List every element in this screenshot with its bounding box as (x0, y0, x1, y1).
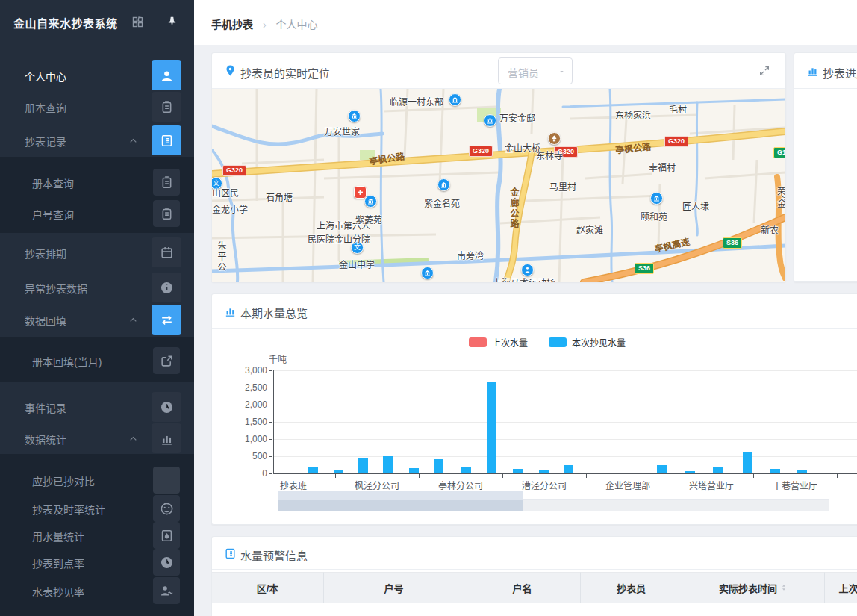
x-tick-mark (586, 474, 587, 478)
panel-title: 水量预警信息 (240, 547, 308, 563)
panel-title: 本期水量总览 (240, 305, 308, 320)
bank-poi-icon[interactable] (348, 110, 361, 122)
sidebar-item-sub-book-backfill[interactable]: 册本回填(当月) (0, 345, 194, 376)
app-title: 金山自来水抄表系统 (13, 15, 118, 31)
x-tick-mark (419, 474, 420, 478)
sidebar-item-sub-read-compare[interactable]: 应抄已抄对比 (0, 464, 194, 496)
chart-bar (409, 468, 419, 473)
bank-poi-icon[interactable] (449, 93, 461, 106)
sports-poi-icon[interactable] (521, 264, 534, 276)
legend-item[interactable]: 上次水量 (469, 336, 528, 349)
y-tick-mark (269, 405, 272, 405)
chart-gridline (273, 405, 857, 405)
bank-poi-icon[interactable] (437, 178, 450, 191)
blank-icon (153, 467, 180, 494)
sidebar-item-sub-seen-rate[interactable]: 水表抄见率 (0, 575, 194, 606)
clip-icon (152, 92, 181, 122)
sort-icon[interactable] (780, 582, 788, 593)
map-place-label: 金山大桥 (505, 141, 540, 154)
sidebar-item-sub-account-query[interactable]: 户号查询 (0, 198, 194, 229)
chart-bar (308, 467, 318, 473)
map-place-label: 荣 (777, 184, 785, 197)
panel-header: 水量预警信息 (212, 537, 857, 570)
map-place-label: 紫金名苑 (424, 196, 460, 209)
pushpin-icon[interactable] (166, 16, 178, 28)
map-roads-layer (212, 89, 785, 282)
x-axis-line (273, 473, 857, 474)
clock-icon (153, 549, 180, 576)
chevron-up-icon (128, 434, 138, 444)
sidebar: 金山自来水抄表系统 个人中心册本查询抄表记录册本查询户号查询抄表排期异常抄表数据… (0, 0, 194, 616)
road-badge: S36 (635, 263, 654, 274)
y-axis-line (273, 370, 274, 473)
map-place-label: 南旁湾 (457, 249, 484, 261)
sidebar-item-label: 数据回填 (25, 313, 66, 328)
sidebar-item-reading-schedule[interactable]: 抄表排期 (0, 237, 194, 268)
chart-bar (461, 467, 471, 473)
map-place-label: 新农 (761, 223, 779, 236)
x-tick-mark (502, 474, 503, 478)
legend-item[interactable]: 本次抄见水量 (549, 336, 626, 349)
fullscreen-expand-icon[interactable] (758, 65, 770, 77)
map-place-label: 毛村 (669, 102, 687, 115)
map-place-label: 赵家滩 (576, 223, 603, 236)
sidebar-item-data-backfill[interactable]: 数据回填 (0, 304, 194, 335)
temple-poi-icon[interactable] (548, 132, 561, 145)
table-column-header: 抄表员 (581, 572, 682, 603)
marketer-select[interactable]: 营销员 (498, 57, 573, 84)
y-tick-mark (269, 439, 272, 440)
chart-bar (713, 467, 723, 473)
chart-bar (770, 469, 780, 473)
bank-poi-icon[interactable] (364, 195, 377, 208)
breadcrumb-root[interactable]: 手机抄表 (211, 19, 253, 31)
x-tick-mark (753, 474, 754, 478)
chart-bar (434, 459, 443, 473)
road-badge: G320 (469, 146, 493, 157)
chart-bar (487, 382, 496, 473)
sidebar-item-sub-book-query[interactable]: 册本查询 (0, 167, 194, 198)
sidebar-item-data-statistics[interactable]: 数据统计 (0, 423, 194, 454)
column-label: 实际抄表时间 (719, 581, 777, 595)
sidebar-item-label: 册本查询 (25, 100, 66, 115)
chart-bar (334, 470, 343, 473)
map-place-label: 民医院金山分院 (308, 232, 370, 245)
person-icon (153, 577, 180, 604)
chart-legend: 上次水量本次抄见水量 (212, 336, 857, 349)
map-place-label: 临源一村东部 (390, 95, 443, 108)
sidebar-item-label: 抄表排期 (25, 246, 66, 261)
info-icon (152, 273, 181, 302)
sidebar-item-label: 异常抄表数据 (25, 281, 87, 296)
bank-poi-icon[interactable] (421, 267, 434, 279)
sidebar-item-sub-ontime-rate[interactable]: 抄表到点率 (0, 547, 194, 578)
sidebar-item-abnormal-data[interactable]: 异常抄表数据 (0, 272, 194, 303)
chart-bar (539, 470, 549, 473)
chart-bar (383, 456, 393, 473)
sidebar-item-label: 册本查询 (32, 175, 74, 190)
sidebar-item-event-records[interactable]: 事件记录 (0, 391, 194, 423)
chart-bar (358, 458, 368, 473)
grid-layout-icon[interactable] (131, 16, 144, 28)
road-badge: G1 (773, 147, 785, 158)
map-place-label: 颐和苑 (641, 210, 667, 223)
hospital-poi-icon[interactable] (354, 186, 367, 199)
table-column-header[interactable]: 实际抄表时间 (682, 572, 825, 603)
bank-poi-icon[interactable] (650, 192, 663, 205)
x-axis-label: 干巷营业厅 (773, 479, 817, 491)
list-icon (152, 125, 181, 155)
slider-selected-bottom[interactable] (278, 500, 523, 511)
y-tick-label: 2,000 (233, 399, 267, 410)
sidebar-item-reading-records[interactable]: 抄表记录 (0, 125, 194, 156)
chart-bar (685, 471, 695, 473)
table-column-header: 上次水量 (825, 572, 857, 603)
sidebar-item-book-query[interactable]: 册本查询 (0, 91, 194, 122)
baidu-map[interactable]: G320G320G320G320S36S36G1文文万安世家临源一村东部万安金邸… (212, 89, 785, 282)
road-badge: G320 (664, 136, 688, 147)
slider-selected-top (278, 491, 523, 500)
sidebar-item-personal-center[interactable]: 个人中心 (0, 60, 194, 91)
bank-poi-icon[interactable] (484, 114, 496, 127)
datazoom-slider[interactable] (278, 491, 829, 511)
legend-swatch (549, 337, 567, 347)
swap-icon (152, 305, 181, 335)
bar-chart-icon (806, 64, 819, 77)
x-axis-label: 枫泾分公司 (355, 479, 399, 491)
